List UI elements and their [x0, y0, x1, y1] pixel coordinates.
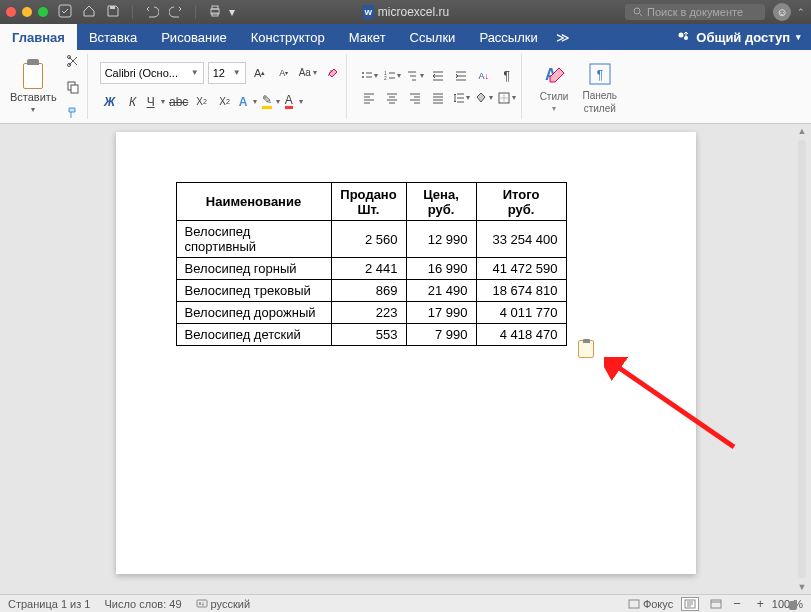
print-icon[interactable] [208, 4, 222, 21]
svg-rect-0 [59, 5, 71, 17]
share-button[interactable]: Общий доступ ▾ [666, 24, 811, 50]
svg-text:W: W [364, 8, 372, 17]
col-sold: ПроданоШт. [331, 183, 406, 221]
underline-button[interactable]: Ч▾ [146, 92, 166, 112]
shading-icon[interactable]: ▾ [474, 88, 494, 108]
tab-draw[interactable]: Рисование [149, 24, 238, 50]
search-box[interactable]: Поиск в документе [625, 4, 765, 20]
align-left-icon[interactable] [359, 88, 379, 108]
borders-icon[interactable]: ▾ [497, 88, 517, 108]
bullets-icon[interactable]: ▾ [359, 66, 379, 86]
superscript-button[interactable]: X2 [215, 92, 235, 112]
tab-home[interactable]: Главная [0, 24, 77, 50]
tab-insert[interactable]: Вставка [77, 24, 149, 50]
tab-mailings[interactable]: Рассылки [467, 24, 549, 50]
text-effects-icon[interactable]: A▾ [238, 92, 258, 112]
table-row[interactable]: Велосипед горный2 44116 99041 472 590 [176, 258, 566, 280]
align-center-icon[interactable] [382, 88, 402, 108]
font-name-combo[interactable]: Calibri (Осно...▼ [100, 62, 204, 84]
svg-rect-25 [629, 600, 639, 608]
table-row[interactable]: Велосипед дорожный22317 9904 011 770 [176, 302, 566, 324]
svg-rect-24 [197, 600, 207, 607]
document-title: W microexcel.ru [362, 5, 449, 19]
close-window[interactable] [6, 7, 16, 17]
styles-button[interactable]: A Стили▾ [534, 61, 575, 113]
redo-icon[interactable] [169, 4, 183, 21]
profile-icon[interactable]: ☺ [773, 3, 791, 21]
save-icon[interactable] [106, 4, 120, 21]
change-case-icon[interactable]: Aa▾ [298, 63, 318, 83]
zoom-window[interactable] [38, 7, 48, 17]
bold-button[interactable]: Ж [100, 92, 120, 112]
scroll-up-icon[interactable]: ▲ [797, 126, 807, 136]
grow-font-icon[interactable]: A▴ [250, 63, 270, 83]
paste-button[interactable]: Вставить ▾ [10, 59, 57, 114]
home-icon[interactable] [82, 4, 96, 21]
strikethrough-button[interactable]: abc [169, 92, 189, 112]
align-right-icon[interactable] [405, 88, 425, 108]
zoom-in-icon[interactable]: + [757, 597, 764, 611]
italic-button[interactable]: К [123, 92, 143, 112]
status-bar: Страница 1 из 1 Число слов: 49 русский Ф… [0, 594, 811, 612]
show-marks-icon[interactable]: ¶ [497, 66, 517, 86]
minimize-window[interactable] [22, 7, 32, 17]
subscript-button[interactable]: X2 [192, 92, 212, 112]
tabs-overflow-icon[interactable]: ≫ [550, 24, 576, 50]
font-color-icon[interactable]: A▾ [284, 92, 304, 112]
font-size-combo[interactable]: 12▼ [208, 62, 246, 84]
tab-layout[interactable]: Макет [337, 24, 398, 50]
paragraph-group: ▾ 12▾ ▾ A↓ ¶ ▾ ▾ ▾ [355, 54, 522, 119]
increase-indent-icon[interactable] [451, 66, 471, 86]
scroll-down-icon[interactable]: ▼ [797, 582, 807, 592]
shrink-font-icon[interactable]: A▾ [274, 63, 294, 83]
cut-icon[interactable] [63, 51, 83, 71]
autosave-icon[interactable] [58, 4, 72, 21]
table-row[interactable]: Велосипед спортивный2 56012 99033 254 40… [176, 221, 566, 258]
clear-formatting-icon[interactable]: A [322, 63, 342, 83]
document-area: Наименование ПроданоШт. Цена,руб. Итогор… [0, 124, 811, 594]
data-table[interactable]: Наименование ПроданоШт. Цена,руб. Итогор… [176, 182, 567, 346]
ribbon-collapse-icon[interactable]: ⌃ [797, 7, 805, 17]
svg-point-8 [679, 33, 684, 38]
copy-icon[interactable] [63, 77, 83, 97]
tab-design[interactable]: Конструктор [239, 24, 337, 50]
web-layout-view-icon[interactable] [707, 597, 725, 611]
justify-icon[interactable] [428, 88, 448, 108]
zoom-level[interactable]: 100 % [772, 598, 803, 610]
window-controls [6, 7, 48, 17]
quick-access-toolbar [58, 4, 222, 21]
page-indicator[interactable]: Страница 1 из 1 [8, 598, 90, 610]
svg-rect-1 [110, 6, 115, 9]
word-count[interactable]: Число слов: 49 [104, 598, 181, 610]
col-price: Цена,руб. [406, 183, 476, 221]
svg-text:¶: ¶ [596, 68, 602, 82]
qat-more-icon[interactable]: ▾ [222, 5, 242, 19]
format-painter-icon[interactable] [63, 103, 83, 123]
highlight-icon[interactable]: ✎▾ [261, 92, 281, 112]
tab-references[interactable]: Ссылки [398, 24, 468, 50]
titlebar: ▾ W microexcel.ru Поиск в документе ☺ ⌃ [0, 0, 811, 24]
styles-pane-button[interactable]: ¶ Панельстилей [576, 60, 623, 114]
multilevel-list-icon[interactable]: ▾ [405, 66, 425, 86]
numbering-icon[interactable]: 12▾ [382, 66, 402, 86]
table-row[interactable]: Велосипед трековый86921 49018 674 810 [176, 280, 566, 302]
undo-icon[interactable] [145, 4, 159, 21]
clipboard-group: Вставить ▾ [6, 54, 88, 119]
print-layout-view-icon[interactable] [681, 597, 699, 611]
decrease-indent-icon[interactable] [428, 66, 448, 86]
vertical-scrollbar[interactable]: ▲ ▼ [795, 126, 809, 592]
table-row[interactable]: Велосипед детский5537 9904 418 470 [176, 324, 566, 346]
sort-icon[interactable]: A↓ [474, 66, 494, 86]
language-indicator[interactable]: русский [196, 598, 251, 610]
svg-point-15 [362, 72, 364, 74]
word-doc-icon: W [362, 5, 374, 19]
search-icon [633, 7, 643, 17]
search-placeholder: Поиск в документе [647, 6, 743, 18]
paste-options-icon[interactable] [578, 340, 594, 358]
page[interactable]: Наименование ПроданоШт. Цена,руб. Итогор… [116, 132, 696, 574]
line-spacing-icon[interactable]: ▾ [451, 88, 471, 108]
col-total: Итогоруб. [476, 183, 566, 221]
zoom-out-icon[interactable]: − [733, 596, 741, 611]
font-group: Calibri (Осно...▼ 12▼ A▴ A▾ Aa▾ A Ж К Ч▾… [96, 54, 347, 119]
focus-mode[interactable]: Фокус [628, 598, 673, 610]
